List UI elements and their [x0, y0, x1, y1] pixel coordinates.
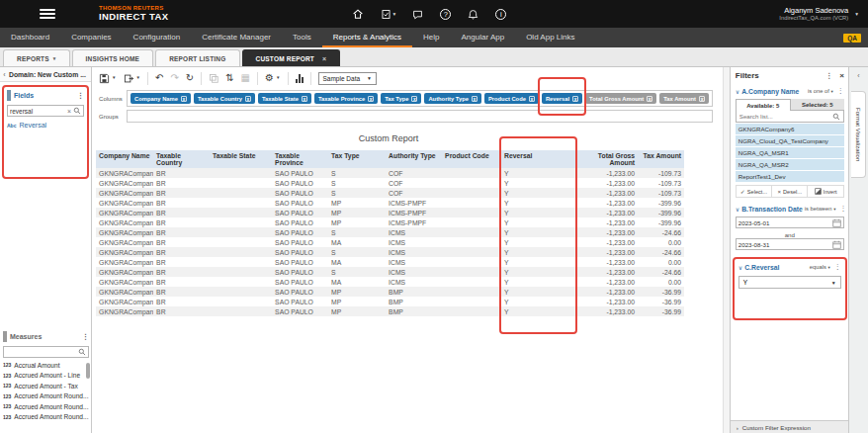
nav-item-tools[interactable]: Tools [282, 28, 322, 47]
format-visualization-tab[interactable]: Format Visualization [851, 91, 866, 178]
scroll-gutter[interactable] [723, 67, 730, 433]
save-button[interactable]: ▼ [99, 73, 116, 84]
groups-drop-zone[interactable] [127, 110, 713, 123]
nav-item-dashboard[interactable]: Dashboard [0, 28, 60, 47]
tab-report-listing[interactable]: REPORT LISTING [155, 49, 239, 66]
column-header[interactable]: Reversal [501, 150, 575, 168]
column-chip-authority-type[interactable]: Authority Typex [424, 93, 480, 104]
calendar-icon[interactable] [832, 240, 841, 249]
measure-item[interactable]: 123Accrued Amount Round... [3, 392, 89, 399]
date-kebab-icon[interactable]: ⋮ [839, 205, 846, 213]
company-operator-select[interactable]: is one of ▾ [808, 88, 833, 94]
table-row[interactable]: GKNGRACompany6BRSAO PAULOMAICMSY-1,233.0… [96, 277, 684, 287]
clear-search-icon[interactable]: × [67, 108, 71, 115]
remove-chip-icon[interactable]: x [472, 96, 477, 102]
fields-kebab-icon[interactable]: ⋮ [77, 92, 84, 100]
date-operator-select[interactable]: is between ▾ [805, 206, 836, 212]
close-filters-icon[interactable]: × [839, 71, 844, 80]
column-chip-product-code[interactable]: Product Codex [484, 93, 539, 104]
company-option[interactable]: GKNGRACompany6 [736, 124, 844, 134]
nav-item-old-app-links[interactable]: Old App Links [515, 28, 585, 47]
table-row[interactable]: GKNGRACompany6BRSAO PAULOMPBMPY-1,233.00… [96, 306, 684, 316]
deselect-all-button[interactable]: ×Desel... [772, 186, 808, 197]
remove-chip-icon[interactable]: x [245, 96, 251, 102]
table-row[interactable]: GKNGRACompany6BRSAO PAULOSCOFY-1,233.00-… [96, 178, 684, 188]
nav-item-companies[interactable]: Companies [60, 28, 122, 47]
column-chip-taxable-province[interactable]: Taxable Provincex [314, 93, 378, 104]
table-row[interactable]: GKNGRACompany6BRSAO PAULOSICMSY-1,233.00… [96, 267, 684, 277]
measures-scrollbar[interactable] [86, 363, 90, 379]
nav-item-configuration[interactable]: Configuration [123, 28, 192, 47]
home-icon[interactable] [352, 8, 364, 20]
column-chip-taxable-state[interactable]: Taxable Statex [258, 93, 311, 104]
tab-selected[interactable]: Selected: 5 [791, 99, 844, 111]
field-item-reversal[interactable]: AbcReversal [7, 122, 84, 129]
table-row[interactable]: GKNGRACompany6BRSAO PAULOMPICMS-PMPFY-1,… [96, 198, 684, 208]
company-option[interactable]: NGRA_QA_MSR2 [736, 159, 844, 170]
bell-icon[interactable] [468, 9, 478, 20]
remove-chip-icon[interactable]: x [302, 96, 307, 102]
sample-data-select[interactable]: Sample Data ▼ [318, 72, 378, 85]
collapse-section-icon[interactable]: ∨ [736, 88, 739, 95]
remove-chip-icon[interactable]: x [368, 96, 374, 102]
nav-item-angular-app[interactable]: Angular App [451, 28, 516, 47]
remove-chip-icon[interactable]: x [647, 96, 652, 102]
chart-button[interactable] [296, 74, 304, 83]
export-button[interactable]: ▼ [124, 73, 140, 84]
measure-item[interactable]: 123Accrual Amount [3, 362, 89, 369]
refresh-button[interactable]: ↻ [186, 73, 194, 83]
collapse-sidebar-icon[interactable]: ‹ [0, 71, 9, 78]
nav-item-certificate-manager[interactable]: Certificate Manager [191, 28, 282, 47]
measure-item[interactable]: 123Accrued Amount Round... [3, 413, 89, 420]
date-from-input[interactable] [738, 219, 832, 226]
custom-filter-expression-toggle[interactable]: › Custom Filter Expression [731, 420, 848, 433]
nav-item-help[interactable]: Help [412, 28, 450, 47]
column-chip-tax-type[interactable]: Tax Typex [381, 93, 421, 104]
table-row[interactable]: GKNGRACompany6BRSAO PAULOSICMSY-1,233.00… [96, 247, 684, 257]
nav-item-reports-analytics[interactable]: Reports & Analytics [322, 28, 412, 47]
close-tab-icon[interactable]: × [322, 55, 326, 62]
reversal-operator-select[interactable]: equals ▾ [810, 264, 830, 270]
collapse-section-icon[interactable]: ∨ [738, 264, 742, 271]
column-header[interactable]: Total Gross Amount [575, 150, 638, 168]
tab-reports[interactable]: REPORTS▾ [3, 49, 70, 66]
column-header[interactable]: Company Name [96, 150, 153, 168]
expand-panel-icon[interactable]: ‹ [849, 72, 868, 79]
fields-search-input[interactable] [10, 108, 67, 115]
column-header[interactable]: Taxable Country [153, 150, 210, 168]
copy-button[interactable] [209, 73, 218, 83]
column-chip-taxable-country[interactable]: Taxable Countryx [194, 93, 255, 104]
company-option[interactable]: NGRA_Cloud_QA_TestCompany [736, 135, 844, 146]
column-header[interactable]: Taxable State [210, 150, 272, 168]
filters-kebab-icon[interactable]: ⋮ [825, 72, 832, 80]
remove-chip-icon[interactable]: x [411, 96, 417, 102]
remove-chip-icon[interactable]: x [181, 96, 187, 102]
chat-icon[interactable] [412, 9, 423, 20]
info-icon[interactable]: i [495, 9, 506, 20]
measures-kebab-icon[interactable]: ⋮ [82, 333, 89, 341]
reversal-kebab-icon[interactable]: ⋮ [834, 263, 841, 271]
collapse-section-icon[interactable]: ∨ [736, 206, 739, 213]
column-header[interactable]: Product Code [442, 150, 501, 168]
user-menu[interactable]: Aiganym Sadenova IndirectTax_QA.com (VCR… [779, 6, 858, 23]
table-row[interactable]: GKNGRACompany6BRSAO PAULOMPBMPY-1,233.00… [96, 297, 684, 306]
measure-item[interactable]: 123Accrued Amount - Line [3, 372, 89, 379]
table-row[interactable]: GKNGRACompany6BRSAO PAULOSICMSY-1,233.00… [96, 227, 684, 237]
column-header[interactable]: Authority Type [386, 150, 442, 168]
tab-insights-home[interactable]: INSIGHTS HOME [72, 49, 154, 66]
column-chip-company-name[interactable]: Company Namex [130, 93, 191, 104]
help-icon[interactable]: ? [440, 9, 451, 20]
measure-item[interactable]: 123Accrued Amount Round... [3, 403, 89, 410]
reversal-value-select[interactable]: Y ▼ [738, 276, 841, 289]
remove-chip-icon[interactable]: x [572, 96, 578, 102]
measures-search-input[interactable] [6, 349, 78, 356]
columns-drop-zone[interactable]: Company NamexTaxable CountryxTaxable Sta… [127, 90, 713, 107]
sort-button[interactable]: ⇅ [225, 73, 233, 83]
remove-chip-icon[interactable]: x [699, 96, 705, 102]
calendar-icon[interactable] [832, 218, 841, 227]
company-option[interactable]: ReportTest1_Dev [736, 171, 844, 182]
table-row[interactable]: GKNGRACompany6BRSAO PAULOMPICMS-PMPFY-1,… [96, 217, 684, 227]
table-row[interactable]: GKNGRACompany6BRSAO PAULOMPICMS-PMPFY-1,… [96, 208, 684, 217]
column-header[interactable]: Tax Amount [638, 150, 684, 168]
company-search-input[interactable] [739, 113, 832, 120]
